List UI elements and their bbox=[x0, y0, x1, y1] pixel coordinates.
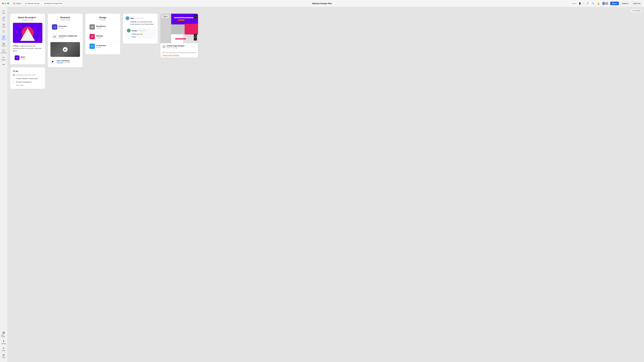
about-wrapper: — About the project 1 board, 1 card ArtH… bbox=[10, 14, 45, 89]
comments-card: Marc 8 Mar 2022 @Sonia J I've uploaded t… bbox=[123, 14, 158, 44]
user-interview-sub: Download · 16.9 MB bbox=[56, 62, 70, 63]
about-card-subtitle: 1 board, 1 card bbox=[13, 19, 42, 21]
expand-icon: ⤢ bbox=[194, 15, 196, 17]
sidebar-item-link[interactable]: 🔗 Link bbox=[0, 15, 7, 22]
sidebar-item-add-image[interactable]: 🖼 Add Image bbox=[0, 331, 7, 339]
figma-zoom-in[interactable]: + bbox=[194, 34, 197, 37]
search-icon[interactable]: 🔍 bbox=[591, 1, 595, 5]
user-interview-icon: ▶ bbox=[50, 59, 55, 64]
brief-item[interactable]: ≡ Brief 0 cards bbox=[13, 54, 42, 62]
personas-icon: 👥 bbox=[52, 24, 57, 30]
research-personas-item[interactable]: 👥 Personas 0 cards bbox=[50, 23, 80, 31]
sidebar-item-sketch[interactable]: ✏ Sketch bbox=[0, 55, 7, 62]
sidebar-item-line[interactable]: Line bbox=[0, 29, 7, 34]
fullscreen-button[interactable] bbox=[7, 2, 9, 4]
sidebar-item-comment[interactable]: 💬 Comment bbox=[0, 48, 7, 55]
figma-meta-title: ArtHub Page Designs bbox=[167, 45, 184, 47]
canvas-area[interactable]: 0 Unsorted — About the project 1 board, … bbox=[8, 7, 644, 362]
figma-label: Figma bbox=[162, 15, 169, 17]
comment-1-date: 8 Mar 2022 bbox=[136, 17, 144, 19]
sidebar-item-draw[interactable]: ✒ Draw bbox=[0, 346, 7, 352]
card-close-about[interactable]: — bbox=[40, 16, 42, 18]
todo-check-3[interactable] bbox=[13, 81, 15, 83]
link-icon: 🔗 bbox=[2, 17, 5, 19]
tab-home-label: Home bbox=[16, 2, 21, 4]
tab-website-design[interactable]: Website Design bbox=[24, 1, 42, 5]
figma-expand-button[interactable]: ⤢ bbox=[194, 15, 197, 18]
sidebar-item-upload[interactable]: ⬆ Upload bbox=[0, 339, 7, 345]
personas-sub: 0 cards bbox=[59, 27, 66, 29]
sidebar-column-label: Column bbox=[1, 45, 6, 47]
research-pdf-item[interactable]: pdf Customer Insights.pdf 188 KB bbox=[50, 32, 80, 41]
sidebar-item-column[interactable]: ▤ Column bbox=[0, 41, 7, 48]
video-thumbnail[interactable]: ▶ bbox=[50, 42, 80, 57]
comment-1-author: Marc bbox=[130, 17, 134, 19]
share-button[interactable]: Share bbox=[610, 1, 619, 5]
bell-icon[interactable]: 🔔 bbox=[596, 1, 600, 5]
comment-1-author-row: Marc 8 Mar 2022 bbox=[126, 16, 155, 20]
figma-preview: Figma ⤢ + − bbox=[160, 14, 198, 43]
research-card: Research 1 board, 2 files 👥 Personas 0 c… bbox=[48, 14, 83, 67]
column-icon: ▤ bbox=[2, 42, 5, 45]
tab-website-design-label: Website Design bbox=[28, 2, 40, 4]
export-label: Export bbox=[622, 2, 627, 4]
figma-url: 🔗 https://www.figma.com/file/hDnulG1E8mS… bbox=[162, 51, 196, 53]
sidebar-todo-label: To-do bbox=[2, 26, 5, 28]
sidebar-addimage-label: Add Image bbox=[1, 334, 6, 337]
sidebar-item-trash[interactable]: 🗑 Trash bbox=[0, 353, 7, 359]
todo-check-2[interactable] bbox=[13, 77, 15, 79]
figma-url-text: https://www.figma.com/file/hDnulG1E8mShW… bbox=[165, 52, 196, 53]
todo-item-2[interactable]: Create website content plan bbox=[13, 77, 42, 79]
sidebar-item-more[interactable]: ••• bbox=[0, 62, 7, 67]
sitemap-sub: 1 board bbox=[96, 37, 103, 38]
personas-title: Personas bbox=[59, 25, 66, 27]
comment-1-mention: @Sonia J bbox=[130, 21, 138, 23]
research-card-title: Research bbox=[50, 16, 80, 19]
avatars bbox=[602, 1, 608, 5]
todo-item-3[interactable]: Present moodboard bbox=[13, 81, 42, 83]
tab-dot-orange bbox=[25, 3, 27, 4]
research-card-subtitle: 1 board, 2 files bbox=[50, 19, 80, 21]
moodboard-sub: 0 cards bbox=[96, 27, 106, 29]
ui-sketches-title: UI sketches bbox=[96, 44, 106, 46]
comment-2-body: Thank you! 😊 bbox=[127, 33, 154, 35]
figma-white-bar2 bbox=[172, 36, 180, 37]
sidebar-draw-label: Draw bbox=[2, 350, 5, 351]
sidebar-item-board[interactable]: ⊞ Board bbox=[0, 34, 7, 41]
comment-2-avatar bbox=[127, 29, 131, 32]
play-button[interactable]: ▶ bbox=[63, 47, 68, 52]
tab-website-design-plan[interactable]: Website Design Plan bbox=[42, 1, 64, 5]
minimize-button[interactable] bbox=[5, 2, 6, 4]
todo-card: To do Complete brief with client Create … bbox=[10, 67, 45, 89]
sidebar-item-note[interactable]: ≡ Note bbox=[0, 8, 7, 15]
todo-item-1[interactable]: Complete brief with client bbox=[13, 74, 42, 76]
design-sitemap-item[interactable]: ✳ Sitemap 1 board bbox=[88, 32, 118, 41]
page-title: Website Design Plan bbox=[312, 2, 332, 4]
zoom-out-button[interactable]: Zoom out bbox=[632, 1, 642, 5]
titlebar-right: Saved 📱 0 ❓ 🔍 🔔 Share Export ▾ Zoom out bbox=[572, 1, 642, 5]
brief-info: Brief 0 cards bbox=[21, 56, 26, 60]
reply-button[interactable]: Reply bbox=[127, 36, 154, 38]
research-card-header: Research 1 board, 2 files bbox=[50, 16, 80, 21]
avatar-2 bbox=[605, 1, 608, 5]
design-moodboard-item[interactable]: ⊞ Moodboard 0 cards bbox=[88, 23, 118, 31]
export-button[interactable]: Export ▾ bbox=[620, 1, 630, 5]
todo-check-1[interactable] bbox=[13, 74, 15, 76]
design-ui-sketches-item[interactable]: ✏ UI sketches 0 cards bbox=[88, 42, 118, 50]
about-project-card: — About the project 1 board, 1 card ArtH… bbox=[10, 14, 45, 64]
device-icon[interactable]: 📱 bbox=[578, 1, 582, 5]
sidebar-link-label: Link bbox=[2, 19, 5, 21]
figma-link[interactable]: ArtHub Page Designs bbox=[162, 54, 196, 56]
sidebar-trash-label: Trash bbox=[2, 357, 5, 358]
tab-home[interactable]: 🏠 Home bbox=[12, 2, 22, 5]
download-link[interactable]: Download bbox=[56, 62, 63, 63]
titlebar: 🏠 Home Website Design Website Design Pla… bbox=[0, 0, 644, 7]
figma-zoom-out[interactable]: − bbox=[194, 37, 197, 40]
sidebar-bottom: 🖼 Add Image ⬆ Upload ✒ Draw 🗑 Trash bbox=[0, 331, 7, 361]
todo-icon: ☰ bbox=[3, 23, 5, 26]
help-icon[interactable]: ❓ bbox=[586, 1, 590, 5]
video-size: · 16.9 MB bbox=[64, 62, 70, 63]
pdf-title: Customer Insights.pdf bbox=[59, 35, 77, 37]
close-button[interactable] bbox=[2, 2, 4, 4]
sidebar-item-todo[interactable]: ☰ To-do bbox=[0, 22, 7, 29]
